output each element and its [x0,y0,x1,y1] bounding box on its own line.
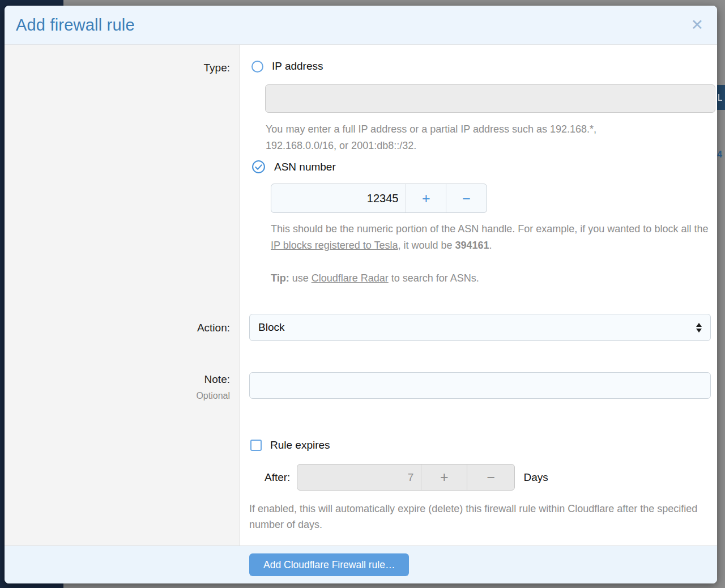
note-optional-label: Optional [196,391,230,401]
arrow-up-icon [696,323,702,327]
asn-increment-button[interactable]: + [406,184,446,212]
tesla-asn-link[interactable]: IP blocks registered to Tesla [271,240,398,251]
days-decrement-button[interactable]: − [467,465,514,490]
asn-number-option-label: ASN number [274,161,336,173]
action-label: Action: [197,322,230,334]
ip-address-help-text: You may enter a full IP address or a par… [266,121,633,154]
dialog-body: Type: Action: Note: Optional IP address … [5,45,717,546]
after-label: After: [265,471,290,484]
action-select-value: Block [258,321,284,334]
days-unit-label: Days [523,471,548,484]
note-label: Note: [204,373,230,386]
days-stepper: + − [297,464,515,491]
background-partial-number: 4 [717,150,725,160]
asn-decrement-button[interactable]: − [446,184,487,212]
ip-address-input[interactable] [265,84,715,113]
dialog-header: Add firewall rule ✕ [5,6,717,45]
rule-expires-row[interactable]: Rule expires [250,439,330,451]
asn-help-pre: This should be the numeric portion of th… [271,223,708,235]
asn-help-post: . [489,240,492,251]
asn-stepper: + − [271,184,487,213]
cloudflare-radar-link[interactable]: Cloudflare Radar [312,272,389,284]
screen: 4 Add firewall rule ✕ Type: Action: Note… [0,0,725,588]
rule-expires-label: Rule expires [270,439,330,451]
tip-label: Tip: [271,272,289,284]
add-firewall-rule-dialog: Add firewall rule ✕ Type: Action: Note: … [5,6,717,583]
action-select[interactable]: Block [249,314,711,341]
close-icon[interactable]: ✕ [690,18,703,33]
add-firewall-rule-button[interactable]: Add Cloudflare Firewall rule… [249,553,409,576]
dialog-footer: Add Cloudflare Firewall rule… [5,546,717,583]
background-button-fragment [717,85,725,110]
days-increment-button[interactable]: + [421,465,467,490]
tip-pre: use [289,272,312,284]
expires-after-row: After: + − Days [265,464,548,491]
expires-help-text: If enabled, this will automatically expi… [249,501,702,532]
asn-help-number: 394161 [455,240,489,251]
type-label: Type: [204,62,230,74]
radio-unselected-icon[interactable] [251,61,263,73]
label-column: Type: Action: Note: Optional [5,45,240,546]
asn-number-input[interactable] [271,184,406,212]
checkbox-unchecked-icon[interactable] [250,440,262,451]
asn-help-mid: , it would be [398,240,455,251]
asn-help-text: This should be the numeric portion of th… [271,221,717,254]
days-input[interactable] [297,465,421,490]
dialog-title: Add firewall rule [16,16,135,35]
select-arrows-icon [696,323,702,333]
tip-post: to search for ASNs. [389,272,479,284]
arrow-down-icon [696,329,702,333]
background-button-glyph [718,94,722,101]
ip-address-option-label: IP address [272,60,323,73]
type-option-ip[interactable]: IP address [251,60,323,73]
asn-tip-text: Tip: use Cloudflare Radar to search for … [271,270,717,287]
note-input[interactable] [249,372,711,399]
type-option-asn[interactable]: ASN number [251,160,336,174]
check-circle-icon[interactable] [251,160,266,174]
